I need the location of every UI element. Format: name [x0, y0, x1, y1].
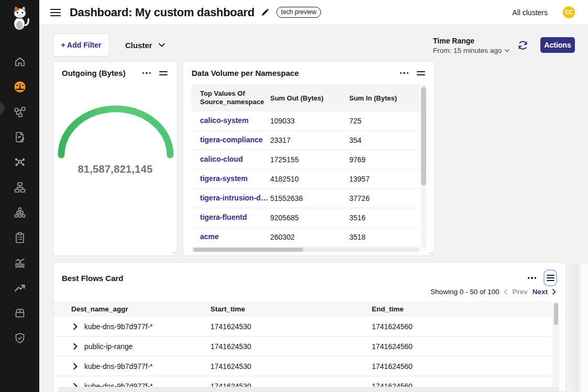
next-page-button[interactable]: Next [532, 288, 548, 296]
table-row[interactable]: tigera-system 4182510 13957 [192, 170, 420, 189]
time-range-block: Time Range From: 15 minutes ago [433, 37, 509, 54]
clusters-icon [14, 206, 26, 219]
card-menu-icon[interactable] [398, 70, 411, 76]
table-row[interactable]: kube-dns-9b7d977f-* 1741624530 174162456… [53, 317, 552, 337]
sidebar-item-reports[interactable] [0, 125, 39, 150]
sidebar-item-compliance[interactable] [0, 225, 39, 250]
column-header-sum-out[interactable]: Sum Out (Bytes) [270, 94, 349, 102]
vertical-scrollbar[interactable] [552, 301, 559, 392]
sidebar-item-dashboards[interactable] [0, 74, 39, 99]
page-scrollbar-track[interactable] [572, 263, 579, 392]
namespace-link[interactable]: tigera-fluentd [192, 213, 270, 222]
namespace-link[interactable]: calico-system [192, 116, 270, 126]
column-header-namespace[interactable]: Top Values Of Source_namespace [192, 89, 270, 107]
sidebar-item-policies[interactable] [0, 175, 39, 200]
card-menu-icon[interactable] [140, 70, 153, 76]
horizontal-scrollbar[interactable] [58, 387, 559, 391]
end-time-value: 1741624560 [372, 362, 552, 371]
sidebar-item-topology[interactable] [0, 99, 39, 125]
pagination-status: Showing 0 - 50 of 100 [430, 288, 499, 296]
cluster-filter-dropdown[interactable]: Cluster [119, 33, 171, 57]
sum-in-value: 354 [349, 136, 420, 144]
table-row[interactable]: tigera-intrusion-d… 51552638 37726 [192, 189, 420, 208]
chevron-left-icon[interactable] [504, 289, 507, 295]
table-row[interactable]: tigera-fluentd 9205685 3516 [192, 208, 420, 228]
trending-icon [14, 282, 26, 294]
namespace-link[interactable]: tigera-intrusion-d… [192, 194, 270, 203]
table-row[interactable]: kube-dns-9b7d977f-* 1741624530 174162456… [53, 356, 552, 376]
sidebar [0, 0, 39, 392]
best-flows-card: Best Flows Card Showing 0 - 50 of 100 Pr… [53, 262, 566, 392]
window-scrollbar-track[interactable] [580, 263, 588, 392]
chevron-right-icon[interactable] [552, 289, 556, 295]
expand-row-icon[interactable] [73, 363, 77, 369]
table-row[interactable]: public-ip-range 1741624530 1741624560 [53, 337, 552, 356]
tech-preview-badge: tech preview [276, 7, 321, 18]
drag-handle-icon[interactable] [543, 270, 557, 286]
page-title: Dashboard: My custom dashboard [70, 6, 254, 19]
cluster-filter-label: Cluster [125, 41, 152, 50]
actions-button[interactable]: Actions [540, 37, 575, 53]
sidebar-item-clusters[interactable] [0, 200, 39, 225]
sidebar-item-security[interactable] [0, 326, 39, 351]
compliance-clipboard-icon [14, 231, 26, 244]
card-title: Outgoing (Bytes) [62, 69, 140, 77]
end-time-value: 1741624560 [372, 322, 552, 331]
card-title: Data Volume per Namespace [192, 69, 398, 77]
add-filter-button[interactable]: + Add Filter [53, 33, 109, 57]
all-clusters-selector[interactable]: All clusters [512, 8, 548, 17]
expand-row-icon[interactable] [73, 323, 77, 330]
vertical-scrollbar[interactable] [421, 84, 426, 249]
sum-in-value: 3516 [349, 214, 420, 222]
report-edit-icon [14, 131, 26, 143]
sidebar-item-service-graph[interactable] [0, 150, 39, 175]
sum-out-value: 9205685 [270, 214, 349, 222]
horizontal-scrollbar[interactable] [192, 248, 420, 252]
start-time-value: 1741624530 [210, 322, 372, 331]
column-header-sum-in[interactable]: Sum In (Bytes) [349, 94, 420, 102]
sum-in-value: 9769 [349, 155, 420, 164]
column-header-end[interactable]: End_time [372, 305, 552, 313]
drag-handle-icon[interactable] [158, 69, 169, 77]
data-volume-card: Data Volume per Namespace Top Values Of … [183, 61, 435, 256]
sidebar-item-statistics[interactable] [0, 250, 39, 275]
sidebar-item-workloads[interactable] [0, 300, 39, 326]
edit-dashboard-icon[interactable] [261, 8, 270, 17]
hamburger-icon [50, 8, 61, 17]
table-row[interactable]: acme 260302 3518 [192, 228, 420, 247]
sum-in-value: 13957 [349, 175, 420, 183]
gauge-arc [58, 105, 174, 161]
pagination: Showing 0 - 50 of 100 Prev Next [430, 288, 556, 296]
dest-name-value: public-ip-range [84, 342, 133, 351]
card-menu-icon[interactable] [526, 275, 539, 281]
user-avatar[interactable]: CC [563, 6, 575, 18]
best-flows-table: Dest_name_aggr Start_time End_time kube-… [53, 301, 552, 392]
table-row[interactable]: calico-system 109033 725 [192, 111, 420, 131]
data-volume-table: Top Values Of Source_namespace Sum Out (… [192, 84, 420, 247]
sum-in-value: 37726 [349, 194, 420, 203]
column-header-dest[interactable]: Dest_name_aggr [53, 305, 210, 313]
column-header-start[interactable]: Start_time [210, 305, 372, 313]
time-range-selector[interactable]: From: 15 minutes ago [433, 47, 509, 54]
dest-name-value: kube-dns-9b7d977f-* [84, 322, 153, 331]
refresh-button[interactable] [517, 40, 528, 51]
sum-in-value: 3518 [349, 233, 420, 241]
table-row[interactable]: tigera-compliance 23317 354 [192, 131, 420, 150]
table-row[interactable]: calico-cloud 1725155 9769 [192, 150, 420, 170]
namespace-link[interactable]: calico-cloud [192, 155, 270, 164]
time-range-label: Time Range [433, 37, 509, 45]
sum-out-value: 260302 [270, 233, 349, 241]
chevron-down-icon [159, 43, 165, 47]
namespace-link[interactable]: tigera-compliance [192, 136, 270, 145]
expand-row-icon[interactable] [73, 343, 77, 350]
calico-cat-logo-icon[interactable] [9, 5, 31, 30]
drag-handle-icon[interactable] [416, 69, 426, 77]
prev-page-button[interactable]: Prev [512, 288, 527, 296]
menu-toggle-button[interactable] [50, 8, 61, 17]
sidebar-item-trends[interactable] [0, 275, 39, 300]
sidebar-item-home[interactable] [0, 49, 39, 74]
sum-out-value: 23317 [270, 136, 349, 144]
namespace-link[interactable]: tigera-system [192, 174, 270, 184]
namespace-link[interactable]: acme [192, 232, 270, 242]
time-range-value: From: 15 minutes ago [433, 47, 502, 54]
